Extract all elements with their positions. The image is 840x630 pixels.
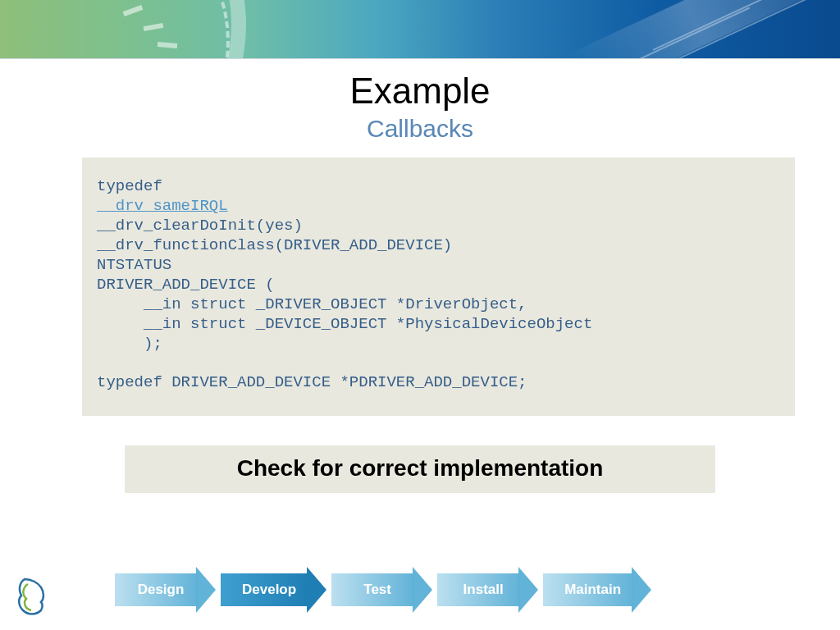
code-line: __drv_clearDoInit(yes) [97, 217, 303, 235]
arrow-head-icon [413, 567, 432, 613]
code-line: typedef DRIVER_ADD_DEVICE *PDRIVER_ADD_D… [97, 373, 527, 391]
workflow-step-test: Test [331, 573, 432, 606]
callout-box: Check for correct implementation [125, 445, 715, 493]
arrow-head-icon [632, 567, 651, 613]
workflow-step-develop: Develop [221, 573, 326, 606]
workflow-step-label: Install [463, 582, 504, 597]
code-line: __in struct _DEVICE_OBJECT *PhysicalDevi… [97, 315, 592, 333]
code-line: NTSTATUS [97, 256, 171, 274]
mascot-icon [13, 574, 49, 617]
code-line: ); [97, 335, 162, 353]
callout-text: Check for correct implementation [237, 455, 604, 481]
header-banner [0, 0, 840, 59]
arrow-head-icon [307, 567, 326, 613]
workflow-step-maintain: Maintain [543, 573, 651, 606]
slide-subtitle: Callbacks [0, 115, 840, 143]
code-line: __in struct _DRIVER_OBJECT *DriverObject… [97, 295, 527, 313]
workflow-step-label: Maintain [564, 582, 621, 597]
workflow-step-install: Install [437, 573, 538, 606]
workflow-step-label: Test [363, 582, 391, 597]
code-line-link[interactable]: __drv_sameIRQL [97, 197, 228, 215]
arrow-head-icon [518, 567, 538, 613]
code-line: __drv_functionClass(DRIVER_ADD_DEVICE) [97, 236, 452, 254]
workflow-step-label: Develop [242, 582, 296, 597]
workflow-step-label: Design [138, 582, 185, 597]
workflow-step-design: Design [115, 573, 216, 606]
code-line: DRIVER_ADD_DEVICE ( [97, 276, 275, 294]
code-block: typedef __drv_sameIRQL __drv_clearDoInit… [82, 158, 795, 416]
code-line: typedef [97, 177, 162, 195]
arrow-head-icon [196, 567, 216, 613]
slide-title: Example [0, 71, 840, 112]
workflow-arrows: Design Develop Test Install Maintain [115, 569, 651, 610]
